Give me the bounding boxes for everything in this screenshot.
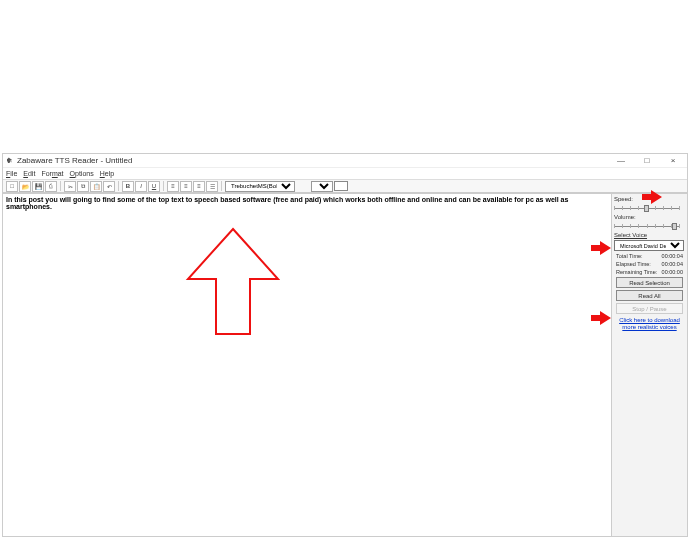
cut-icon[interactable]: ✂: [64, 181, 76, 192]
italic-icon[interactable]: I: [135, 181, 147, 192]
svg-marker-0: [188, 229, 278, 334]
align-right-icon[interactable]: ≡: [193, 181, 205, 192]
app-icon: 🗣: [5, 156, 14, 165]
paste-icon[interactable]: 📋: [90, 181, 102, 192]
menu-format[interactable]: Format: [41, 170, 63, 177]
font-color-button[interactable]: [334, 181, 348, 191]
minimize-button[interactable]: —: [613, 156, 629, 165]
volume-slider[interactable]: [614, 222, 680, 230]
menu-file[interactable]: File: [6, 170, 17, 177]
print-icon[interactable]: ⎙: [45, 181, 57, 192]
bold-icon[interactable]: B: [122, 181, 134, 192]
menu-edit[interactable]: Edit: [23, 170, 35, 177]
volume-label: Volume:: [614, 214, 685, 220]
toolbar: □ 📂 💾 ⎙ ✂ ⧉ 📋 ↶ B I U ≡ ≡ ≡ ☰ TrebuchetM…: [3, 179, 687, 193]
annotation-up-arrow: [178, 224, 288, 344]
close-button[interactable]: ×: [665, 156, 681, 165]
open-icon[interactable]: 📂: [19, 181, 31, 192]
menu-help[interactable]: Help: [100, 170, 114, 177]
elapsed-time-value: 00:00:04: [662, 261, 683, 267]
titlebar: 🗣 Zabaware TTS Reader - Untitled — □ ×: [3, 154, 687, 168]
read-selection-button[interactable]: Read Selection: [616, 277, 683, 288]
undo-icon[interactable]: ↶: [103, 181, 115, 192]
total-time-row: Total Time: 00:00:04: [614, 253, 685, 259]
bullets-icon[interactable]: ☰: [206, 181, 218, 192]
maximize-button[interactable]: □: [639, 156, 655, 165]
editor-text: In this post you will going to find some…: [6, 196, 568, 210]
align-center-icon[interactable]: ≡: [180, 181, 192, 192]
speed-slider[interactable]: [614, 204, 680, 212]
voice-select[interactable]: Microsoft David Desktop - English: [614, 240, 684, 251]
align-left-icon[interactable]: ≡: [167, 181, 179, 192]
speed-label: Speed:: [614, 196, 685, 202]
elapsed-time-row: Elapsed Time: 00:00:04: [614, 261, 685, 267]
elapsed-time-label: Elapsed Time:: [616, 261, 651, 267]
save-icon[interactable]: 💾: [32, 181, 44, 192]
remaining-time-value: 00:00:00: [662, 269, 683, 275]
read-all-button[interactable]: Read All: [616, 290, 683, 301]
text-editor[interactable]: In this post you will going to find some…: [3, 194, 611, 536]
sidebar: Speed: Volume: Select Voice Microsoft Da…: [611, 194, 687, 536]
copy-icon[interactable]: ⧉: [77, 181, 89, 192]
select-voice-label: Select Voice: [614, 232, 685, 238]
font-select[interactable]: TrebuchetMS(Bold): [225, 181, 295, 192]
menu-options[interactable]: Options: [70, 170, 94, 177]
underline-icon[interactable]: U: [148, 181, 160, 192]
font-size-select[interactable]: 10: [311, 181, 333, 192]
menubar: File Edit Format Options Help: [3, 168, 687, 179]
window-title: Zabaware TTS Reader - Untitled: [17, 156, 613, 165]
stop-pause-button[interactable]: Stop / Pause: [616, 303, 683, 314]
download-voices-link[interactable]: Click here to download more realistic vo…: [614, 316, 685, 332]
remaining-time-row: Remaining Time: 00:00:00: [614, 269, 685, 275]
remaining-time-label: Remaining Time:: [616, 269, 657, 275]
new-icon[interactable]: □: [6, 181, 18, 192]
app-window: 🗣 Zabaware TTS Reader - Untitled — □ × F…: [2, 153, 688, 537]
total-time-value: 00:00:04: [662, 253, 683, 259]
total-time-label: Total Time:: [616, 253, 643, 259]
